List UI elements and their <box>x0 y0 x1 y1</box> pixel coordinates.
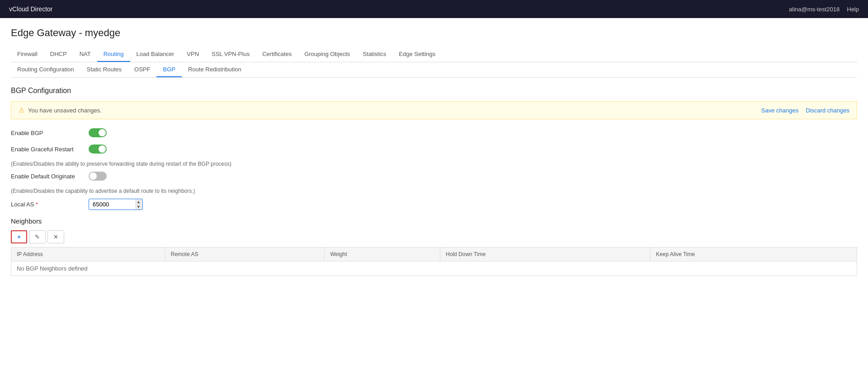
local-as-row: Local AS * ▲ ▼ <box>11 199 857 210</box>
required-star: * <box>36 201 38 208</box>
enable-graceful-restart-label: Enable Graceful Restart <box>11 146 83 153</box>
neighbors-section: Neighbors + ✎ ✕ IP Address Remote AS Wei… <box>11 217 857 276</box>
warning-message: You have unsaved changes. <box>28 107 102 114</box>
col-remote-as: Remote AS <box>165 247 325 261</box>
tab-statistics[interactable]: Statistics <box>356 47 392 62</box>
warning-banner-right: Save changes Discard changes <box>761 107 849 114</box>
tab-load-balancer[interactable]: Load Balancer <box>130 47 181 62</box>
user-info: alina@ms-test2018 <box>789 6 840 13</box>
no-data-message: No BGP Neighbors defined <box>11 261 857 276</box>
warning-banner: ⚠ You have unsaved changes. Save changes… <box>11 101 857 119</box>
local-as-label: Local AS * <box>11 201 83 208</box>
bgp-section-title: BGP Configuration <box>11 87 857 95</box>
toggle-graceful-knob <box>99 145 106 153</box>
col-keep-alive-time: Keep Alive Time <box>651 247 857 261</box>
primary-tabs: Firewall DHCP NAT Routing Load Balancer … <box>11 47 857 62</box>
tab-dhcp[interactable]: DHCP <box>44 47 73 62</box>
warning-banner-left: ⚠ You have unsaved changes. <box>19 106 102 114</box>
tab-certificates[interactable]: Certificates <box>256 47 298 62</box>
table-body: No BGP Neighbors defined <box>11 261 857 276</box>
tab-edge-settings[interactable]: Edge Settings <box>392 47 442 62</box>
enable-bgp-label: Enable BGP <box>11 130 83 136</box>
enable-default-originate-label: Enable Default Originate <box>11 173 83 180</box>
topbar-right: alina@ms-test2018 Help <box>789 6 859 13</box>
help-link[interactable]: Help <box>847 6 859 13</box>
enable-graceful-restart-row: Enable Graceful Restart <box>11 145 857 154</box>
tab-routing[interactable]: Routing <box>97 47 130 62</box>
topbar: vCloud Director alina@ms-test2018 Help <box>0 0 868 18</box>
tab-routing-config[interactable]: Routing Configuration <box>11 62 80 77</box>
neighbors-toolbar: + ✎ ✕ <box>11 230 857 243</box>
enable-default-originate-toggle[interactable] <box>89 172 107 181</box>
page-title: Edge Gateway - myedge <box>11 27 857 39</box>
tab-nat[interactable]: NAT <box>73 47 97 62</box>
edit-neighbor-button[interactable]: ✎ <box>29 230 46 243</box>
secondary-tabs: Routing Configuration Static Routes OSPF… <box>11 62 857 78</box>
tab-static-routes[interactable]: Static Routes <box>80 62 128 77</box>
tab-ssl-vpn-plus[interactable]: SSL VPN-Plus <box>205 47 256 62</box>
add-neighbor-button[interactable]: + <box>11 230 27 243</box>
tab-ospf[interactable]: OSPF <box>128 62 156 77</box>
tab-grouping-objects[interactable]: Grouping Objects <box>298 47 356 62</box>
save-changes-link[interactable]: Save changes <box>761 107 798 114</box>
default-originate-desc: (Enables/Disables the capability to adve… <box>11 188 857 194</box>
col-hold-down-time: Hold Down Time <box>440 247 651 261</box>
local-as-input[interactable] <box>89 199 143 210</box>
local-as-input-wrap: ▲ ▼ <box>89 199 143 210</box>
tab-firewall[interactable]: Firewall <box>11 47 44 62</box>
tab-route-redistribution[interactable]: Route Redistribution <box>182 62 248 77</box>
number-spinners: ▲ ▼ <box>135 199 142 210</box>
bgp-config-section: BGP Configuration ⚠ You have unsaved cha… <box>11 87 857 210</box>
graceful-restart-desc: (Enables/Disables the ability to preserv… <box>11 161 857 167</box>
enable-bgp-row: Enable BGP <box>11 128 857 137</box>
table-no-data-row: No BGP Neighbors defined <box>11 261 857 276</box>
neighbors-title: Neighbors <box>11 217 857 225</box>
delete-neighbor-button[interactable]: ✕ <box>47 230 64 243</box>
toggle-default-originate-knob <box>90 173 97 180</box>
enable-bgp-toggle[interactable] <box>89 128 107 137</box>
enable-default-originate-row: Enable Default Originate <box>11 172 857 181</box>
toggle-bgp-knob <box>99 129 106 136</box>
main-content: Edge Gateway - myedge Firewall DHCP NAT … <box>0 18 868 392</box>
table-header: IP Address Remote AS Weight Hold Down Ti… <box>11 247 857 261</box>
enable-graceful-restart-toggle[interactable] <box>89 145 107 154</box>
spinner-down[interactable]: ▼ <box>135 205 142 210</box>
discard-changes-link[interactable]: Discard changes <box>806 107 849 114</box>
tab-vpn[interactable]: VPN <box>180 47 205 62</box>
col-ip-address: IP Address <box>11 247 165 261</box>
tab-bgp[interactable]: BGP <box>156 62 181 77</box>
spinner-up[interactable]: ▲ <box>135 200 142 205</box>
warning-icon: ⚠ <box>19 106 24 114</box>
neighbors-table: IP Address Remote AS Weight Hold Down Ti… <box>11 247 857 276</box>
col-weight: Weight <box>325 247 440 261</box>
brand-logo: vCloud Director <box>9 5 52 13</box>
